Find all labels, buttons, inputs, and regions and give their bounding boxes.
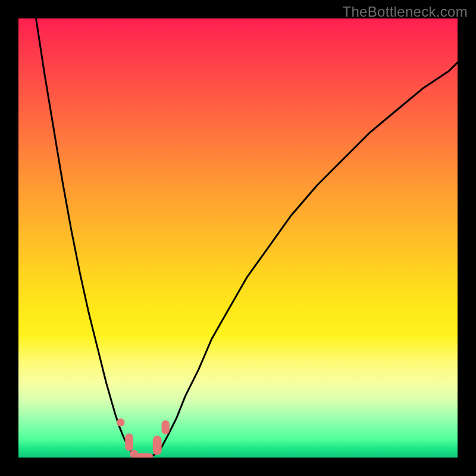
bottleneck-path	[36, 18, 458, 458]
marker-dot	[117, 418, 124, 426]
marker-pill	[125, 433, 133, 451]
bottleneck-curve	[36, 18, 458, 458]
plot-area	[18, 18, 458, 458]
chart-frame: TheBottleneck.com	[0, 0, 476, 476]
marker-pill	[162, 420, 170, 434]
curve-layer	[18, 18, 458, 458]
marker-pill	[130, 450, 137, 458]
watermark-text: TheBottleneck.com	[342, 4, 468, 20]
marker-pill	[153, 436, 162, 455]
marker-pill	[133, 453, 154, 458]
marker-group	[117, 418, 170, 458]
